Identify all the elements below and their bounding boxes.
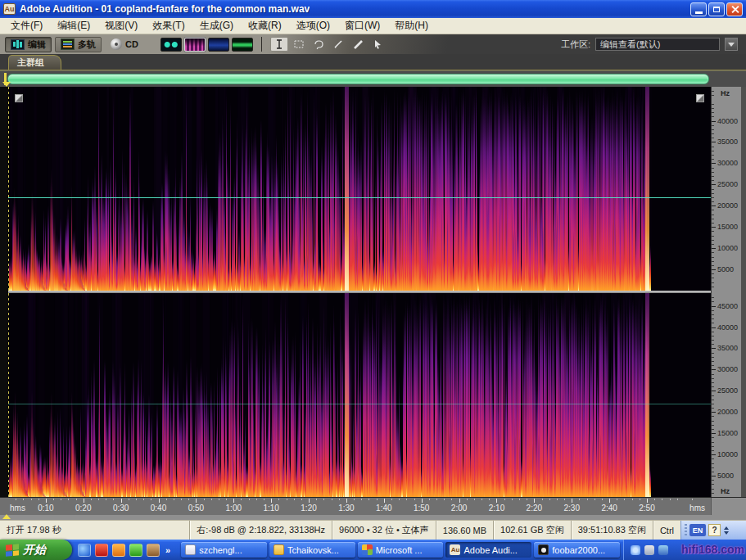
freq-tick-label: 15000 bbox=[717, 224, 738, 231]
cursor-marker-bottom[interactable] bbox=[2, 514, 11, 519]
freq-minor-tick bbox=[712, 340, 714, 341]
time-minor-tick bbox=[188, 499, 189, 500]
menu-item[interactable]: 效果(T) bbox=[145, 18, 192, 34]
menu-item[interactable]: 收藏(R) bbox=[241, 18, 289, 34]
taskbar-button-label: Adobe Audi... bbox=[463, 545, 517, 555]
freq-minor-tick bbox=[712, 484, 714, 485]
time-tick bbox=[496, 499, 497, 503]
menu-item[interactable]: 文件(F) bbox=[3, 18, 50, 34]
quick-launch-overflow[interactable]: » bbox=[164, 545, 172, 555]
pan-handle-top-left[interactable] bbox=[15, 94, 23, 102]
freq-minor-tick bbox=[712, 408, 714, 409]
restore-button[interactable] bbox=[708, 2, 725, 16]
taskbar-button[interactable]: szchengl... bbox=[181, 542, 267, 558]
spectrogram-right-channel[interactable] bbox=[8, 293, 711, 497]
lasso-selection-tool[interactable] bbox=[310, 37, 328, 52]
spectral-view-button[interactable] bbox=[184, 38, 206, 52]
freq-tick bbox=[712, 184, 716, 185]
time-minor-tick bbox=[542, 499, 543, 500]
taskbar-button[interactable]: Tchaikovsk... bbox=[269, 542, 355, 558]
tray-icon-2[interactable] bbox=[644, 545, 654, 555]
spectral-phase-view-button[interactable] bbox=[232, 38, 253, 52]
time-minor-tick bbox=[23, 499, 24, 500]
freq-tick bbox=[712, 369, 716, 370]
scrub-tool[interactable] bbox=[368, 37, 387, 52]
language-bar-arrows[interactable] bbox=[724, 526, 729, 535]
freq-minor-tick bbox=[712, 336, 714, 336]
freq-minor-tick bbox=[712, 172, 714, 173]
pan-handle-top-right[interactable] bbox=[696, 94, 704, 102]
spectral-pan-view-button[interactable] bbox=[208, 38, 229, 52]
language-bar[interactable]: EN ? bbox=[680, 521, 746, 540]
effects-paintbrush-tool[interactable] bbox=[329, 37, 347, 52]
edit-view-button[interactable]: 编辑 bbox=[5, 37, 52, 52]
time-minor-tick bbox=[617, 499, 617, 500]
time-minor-tick bbox=[16, 499, 16, 500]
title-bar[interactable]: Au Adobe Audition - 01 copland-fanfare f… bbox=[0, 0, 746, 18]
menu-item[interactable]: 帮助(H) bbox=[387, 18, 436, 34]
spot-healing-brush-tool[interactable] bbox=[349, 37, 367, 52]
time-minor-tick bbox=[564, 499, 565, 500]
menu-item[interactable]: 视图(V) bbox=[97, 18, 145, 34]
time-tick-label: 1:00 bbox=[226, 504, 242, 513]
freq-minor-tick bbox=[712, 231, 714, 232]
menu-item[interactable]: 生成(G) bbox=[192, 18, 241, 34]
language-indicator[interactable]: EN bbox=[689, 524, 706, 536]
quick-launch-area: » bbox=[72, 540, 178, 560]
minimize-icon bbox=[695, 11, 703, 14]
time-tick-label: 0:30 bbox=[113, 504, 129, 513]
time-minor-tick bbox=[61, 499, 61, 500]
download-manager-icon[interactable] bbox=[112, 544, 125, 557]
language-help-button[interactable]: ? bbox=[708, 524, 721, 536]
freq-minor-tick bbox=[712, 446, 714, 447]
start-button[interactable]: 开始 bbox=[0, 540, 72, 560]
tab-main-group[interactable]: 主群组 bbox=[8, 55, 61, 70]
taskbar-button[interactable]: AuAdobe Audi... bbox=[445, 542, 531, 558]
freq-minor-tick bbox=[712, 301, 714, 302]
time-ruler[interactable]: hms hms 0:100:200:300:400:501:001:101:20… bbox=[0, 497, 746, 515]
time-minor-tick bbox=[219, 499, 219, 500]
playback-cursor-line[interactable] bbox=[8, 87, 9, 497]
time-selection-tool[interactable] bbox=[270, 37, 288, 52]
workspace-dropdown[interactable]: 编辑查看(默认) bbox=[595, 38, 720, 51]
time-minor-tick bbox=[489, 499, 490, 500]
tray-icon-3[interactable] bbox=[658, 545, 668, 555]
language-bar-grip[interactable] bbox=[685, 524, 687, 537]
time-minor-tick bbox=[181, 499, 182, 500]
marquee-selection-tool-icon bbox=[293, 38, 305, 50]
freq-minor-tick bbox=[712, 147, 714, 147]
frequency-ruler[interactable]: Hz40000350003000025000200001500010000500… bbox=[711, 87, 741, 497]
audio-app-icon[interactable] bbox=[147, 544, 160, 557]
close-button[interactable] bbox=[726, 2, 743, 16]
minimize-button[interactable] bbox=[690, 2, 707, 16]
tray-icon-1[interactable] bbox=[631, 545, 640, 555]
taskbar-button[interactable]: Microsoft ... bbox=[358, 542, 444, 558]
menu-item[interactable]: 窗口(W) bbox=[337, 18, 387, 34]
multitrack-view-button[interactable]: 多轨 bbox=[55, 37, 102, 52]
menu-item[interactable]: 编辑(E) bbox=[50, 18, 97, 34]
taskbar-button-label: Microsoft ... bbox=[376, 545, 423, 555]
spectral-display-area: Hz40000350003000025000200001500010000500… bbox=[0, 87, 746, 497]
taskbar-button[interactable]: foobar2000... bbox=[534, 542, 620, 558]
ie-icon[interactable] bbox=[78, 544, 91, 557]
qq-icon[interactable] bbox=[129, 544, 142, 557]
freq-minor-tick bbox=[712, 215, 714, 215]
spectrogram-left-channel[interactable] bbox=[8, 87, 711, 291]
time-minor-tick bbox=[640, 499, 640, 500]
zoom-navigator-bar[interactable] bbox=[7, 74, 709, 84]
workspace-dropdown-arrow[interactable] bbox=[725, 38, 738, 51]
time-minor-tick bbox=[174, 499, 174, 500]
time-minor-tick bbox=[436, 499, 437, 500]
cd-view-button[interactable]: CD bbox=[105, 37, 144, 52]
time-tick-label: 1:10 bbox=[263, 504, 278, 513]
marquee-selection-tool[interactable] bbox=[290, 37, 308, 52]
freq-minor-tick bbox=[712, 344, 714, 345]
menu-item[interactable]: 选项(O) bbox=[289, 18, 337, 34]
media-player-icon[interactable] bbox=[95, 544, 108, 557]
time-tick bbox=[422, 499, 423, 503]
freq-minor-tick bbox=[712, 429, 714, 430]
waveform-view-button[interactable] bbox=[161, 38, 182, 52]
time-tick bbox=[46, 499, 47, 503]
time-minor-tick bbox=[654, 499, 655, 500]
taskbar-button-label: szchengl... bbox=[199, 545, 242, 555]
